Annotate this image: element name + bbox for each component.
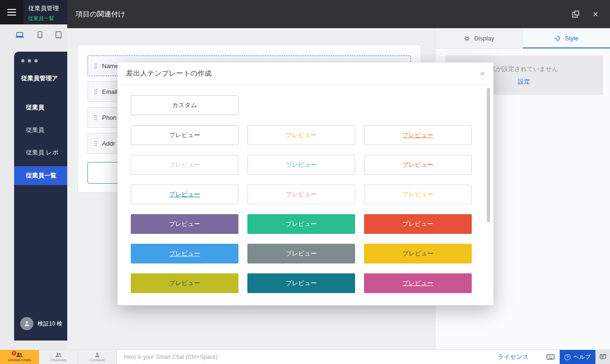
template-option[interactable]: プレビュー (364, 125, 472, 145)
laptop-icon[interactable] (15, 31, 24, 39)
template-grid: プレビュー プレビュー プレビュー プレビュー プレビュー プレビュー プレビュ… (131, 125, 480, 293)
template-option[interactable]: プレビュー (364, 273, 472, 293)
drag-handle-icon[interactable] (94, 89, 97, 94)
license-label: ライセンス (498, 353, 529, 361)
keyboard-shortcuts-button[interactable] (541, 350, 560, 364)
settings-link[interactable]: 設定 (518, 77, 530, 86)
channels-icon (55, 352, 62, 357)
contacts-label: Contacts (90, 358, 105, 362)
close-icon[interactable]: × (589, 8, 602, 20)
unread-badge: ! (12, 351, 16, 356)
template-option[interactable]: プレビュー (131, 185, 238, 204)
relation-modal-title: 項目の関連付け (76, 10, 570, 19)
help-label: ヘルプ (573, 353, 591, 361)
template-option[interactable]: プレビュー (247, 155, 355, 175)
channels-label: Channels (50, 358, 66, 362)
tab-style-label: Style (565, 35, 578, 42)
channels-tab[interactable]: Channels (39, 350, 78, 364)
field-label: Email (102, 88, 118, 95)
palette-icon (555, 35, 561, 42)
preview-user-row[interactable]: 検証10 検 (20, 317, 63, 330)
template-option[interactable]: プレビュー (247, 244, 355, 263)
template-option[interactable]: プレビュー (247, 214, 355, 234)
chat-window-icon (600, 354, 606, 360)
contacts-icon (95, 352, 100, 357)
question-icon: ? (564, 354, 570, 360)
unread-chats-icon: ! (16, 352, 23, 357)
unread-chats-label: Unread Chats (8, 358, 31, 362)
app-preview-mock: 従業員管理ア 従業員 従業員 従業員 レポ 従業員一覧 検証10 検 (14, 52, 67, 341)
hamburger-menu-button[interactable] (0, 0, 24, 24)
tablet-icon[interactable] (55, 31, 62, 39)
gear-icon (464, 35, 470, 42)
panel-tabs: Display Style (436, 28, 610, 49)
window-dots (21, 59, 38, 62)
help-button[interactable]: ? ヘルプ (560, 350, 595, 364)
preview-user-name: 検証10 検 (38, 320, 63, 328)
app-topbar: 従業員管理 従業員一覧 (24, 0, 67, 24)
drag-handle-icon[interactable] (94, 141, 97, 146)
app-title: 従業員管理 (28, 4, 67, 13)
dialog-content: カスタム プレビュー プレビュー プレビュー プレビュー プレビュー プレビュー… (118, 85, 493, 303)
template-option[interactable]: プレビュー (131, 155, 238, 175)
smartphone-icon[interactable] (38, 31, 42, 39)
dialog-title: 差出人テンプレートの作成 (126, 69, 212, 78)
preview-menu-item[interactable]: 従業員 (14, 119, 67, 141)
relation-modal-header: 項目の関連付け × (67, 0, 610, 28)
hamburger-icon (8, 9, 16, 10)
template-option[interactable]: プレビュー (131, 125, 238, 145)
template-option[interactable]: プレビュー (247, 273, 355, 293)
custom-template-row: カスタム (131, 95, 480, 115)
unread-chats-tab[interactable]: ! Unread Chats (0, 350, 39, 364)
template-option[interactable]: プレビュー (131, 214, 238, 234)
smart-chat-bar: ! Unread Chats Channels Contacts ライセンス ?… (0, 349, 610, 364)
template-option-custom[interactable]: カスタム (131, 95, 238, 115)
preview-menu-section[interactable]: 従業員 (14, 96, 67, 119)
preview-menu-item-active[interactable]: 従業員一覧 (14, 166, 67, 185)
template-option[interactable]: プレビュー (364, 185, 472, 204)
tab-display-label: Display (474, 35, 494, 42)
preview-menu: 従業員 従業員 従業員 レポ 従業員一覧 (14, 96, 67, 185)
template-option[interactable]: プレビュー (364, 244, 472, 263)
drag-handle-icon[interactable] (94, 115, 97, 120)
contacts-tab[interactable]: Contacts (78, 350, 117, 364)
dialog-scrollbar[interactable] (487, 88, 490, 222)
template-option[interactable]: プレビュー (131, 244, 238, 263)
preview-menu-item[interactable]: 従業員 レポ (14, 141, 67, 164)
keyboard-icon (547, 354, 555, 360)
tab-display[interactable]: Display (436, 28, 523, 48)
template-option[interactable]: プレビュー (364, 155, 472, 175)
builder-left-pane: 従業員管理ア 従業員 従業員 従業員 レポ 従業員一覧 検証10 検 (0, 24, 67, 349)
template-option[interactable]: プレビュー (131, 273, 238, 293)
tab-style[interactable]: Style (523, 28, 610, 48)
drag-handle-icon[interactable] (94, 63, 97, 69)
style-empty-message: 式が設定されていません (490, 65, 558, 73)
field-label: Addr (102, 140, 115, 147)
close-icon[interactable]: × (480, 70, 485, 78)
preview-app-title: 従業員管理ア (21, 74, 58, 83)
field-label: Phon (102, 114, 116, 121)
app-subtitle: 従業員一覧 (28, 15, 67, 22)
chat-console-button[interactable] (595, 350, 610, 364)
screen: 従業員管理 従業員一覧 従業員管理ア 従業員 従業員 従業員 レポ 従業 (0, 0, 610, 364)
field-label: Name (102, 62, 119, 70)
smart-chat-input[interactable] (117, 350, 485, 364)
template-option[interactable]: プレビュー (247, 125, 355, 145)
license-button[interactable]: ライセンス (485, 350, 541, 364)
template-option[interactable]: プレビュー (364, 214, 472, 234)
popout-icon[interactable] (570, 8, 582, 20)
avatar (20, 317, 33, 330)
template-option[interactable]: プレビュー (247, 185, 355, 204)
device-preview-bar (0, 31, 67, 39)
sender-template-dialog: 差出人テンプレートの作成 × カスタム プレビュー プレビュー プレビュー プレ… (118, 62, 493, 305)
dialog-header: 差出人テンプレートの作成 × (118, 62, 493, 85)
